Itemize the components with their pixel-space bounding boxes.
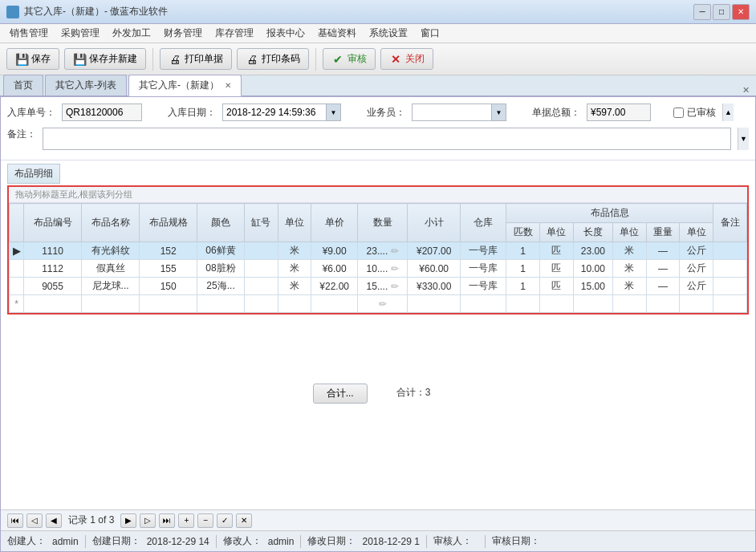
audit-button[interactable]: ✔ 审核 (323, 48, 376, 70)
save-new-icon: 💾 (73, 53, 86, 66)
barcode-icon: 🖨 (246, 53, 258, 66)
prev-record-button[interactable]: ◀ (46, 513, 62, 528)
th-subtotal: 小计 (408, 204, 461, 242)
row-length: 23.00 (573, 242, 612, 260)
row-subtotal: ¥60.00 (408, 260, 461, 278)
date-dropdown-arrow[interactable]: ▼ (327, 104, 341, 121)
menu-inventory[interactable]: 库存管理 (209, 25, 260, 42)
menu-settings[interactable]: 系统设置 (363, 25, 414, 42)
minimize-button[interactable]: ─ (693, 4, 711, 20)
row-price: ¥22.00 (311, 278, 358, 295)
cancel-record-button[interactable]: ✕ (236, 513, 252, 528)
new-row[interactable]: * ✏ (10, 295, 747, 313)
grid-wrapper: 布品明细 拖动列标题至此,根据该列分组 布品编号 布品名称 布品规格 颜色 (1, 160, 755, 509)
audited-checkbox[interactable] (673, 108, 684, 118)
tab-close-all[interactable]: ✕ (739, 85, 753, 95)
row-color: 25海... (197, 278, 245, 295)
menu-bar: 销售管理 采购管理 外发加工 财务管理 库存管理 报表中心 基础资料 系统设置 … (0, 24, 756, 43)
menu-window[interactable]: 窗口 (414, 25, 446, 42)
new-row-piece-unit (539, 295, 573, 313)
tab-new[interactable]: 其它入库-（新建） ✕ (128, 75, 242, 96)
warehouse-no-label: 入库单号： (7, 106, 55, 120)
modify-date-value: 2018-12-29 1 (362, 536, 419, 547)
row-remarks (713, 242, 747, 260)
close-window-button[interactable]: ✕ (732, 4, 750, 20)
audit-date-label: 审核日期： (492, 534, 540, 548)
edit-icon[interactable]: ✏ (391, 246, 399, 257)
prev-page-button[interactable]: ◁ (26, 513, 43, 528)
tab-list-label: 其它入库-列表 (55, 79, 116, 91)
remarks-input[interactable] (43, 128, 731, 150)
row-name: 尼龙球... (82, 278, 140, 295)
new-row-spec (140, 295, 197, 313)
new-row-pieces (506, 295, 540, 313)
menu-finance[interactable]: 财务管理 (157, 25, 209, 42)
maximize-button[interactable]: □ (713, 4, 730, 20)
table-row[interactable]: ▶ 1110 有光斜纹 152 06鲜黄 米 ¥9.00 23.... ✏ ¥2… (10, 242, 747, 260)
print-button[interactable]: 🖨 打印单据 (160, 48, 232, 70)
close-icon: ✕ (389, 53, 402, 66)
row-unit: 米 (278, 260, 311, 278)
row-pieces: 1 (506, 242, 540, 260)
th-length-unit: 单位 (612, 223, 646, 242)
audit-label: 审核 (348, 52, 367, 66)
record-info: 记录 1 of 3 (65, 513, 117, 527)
menu-purchase[interactable]: 采购管理 (55, 25, 106, 42)
next-record-button[interactable]: ▶ (120, 513, 136, 528)
menu-outsource[interactable]: 外发加工 (106, 25, 157, 42)
scroll-down-btn[interactable]: ▼ (738, 128, 749, 150)
edit-icon[interactable]: ✏ (391, 263, 399, 274)
menu-reports[interactable]: 报表中心 (260, 25, 311, 42)
status-sep-4 (426, 535, 427, 548)
confirm-record-button[interactable]: ✓ (217, 513, 233, 528)
header-row-1: 布品编号 布品名称 布品规格 颜色 缸号 单位 单价 数量 小计 仓库 布品信息… (10, 204, 747, 223)
status-sep-3 (300, 535, 301, 548)
auditor-label: 审核人： (433, 534, 472, 548)
table-row[interactable]: 1112 假真丝 155 08脏粉 米 ¥6.00 10.... ✏ ¥60.0… (10, 260, 747, 278)
staff-input[interactable] (412, 104, 492, 121)
row-indicator (10, 278, 24, 295)
row-subtotal: ¥330.00 (408, 278, 461, 295)
window-title: 其它入库-（新建）- 傲蓝布业软件 (24, 5, 168, 18)
tab-close-icon[interactable]: ✕ (225, 81, 231, 90)
close-button[interactable]: ✕ 关闭 (380, 48, 433, 70)
edit-icon[interactable]: ✏ (391, 281, 399, 292)
add-record-button[interactable]: + (178, 513, 194, 528)
toolbar-sep-1 (152, 48, 153, 71)
warehouse-no-input[interactable] (62, 104, 142, 121)
total-input (587, 104, 651, 121)
next-page-button[interactable]: ▷ (140, 513, 156, 528)
row-spec: 150 (140, 278, 197, 295)
new-row-weight (646, 295, 680, 313)
remarks-row: 备注： ▼ (7, 128, 749, 153)
staff-dropdown-arrow[interactable]: ▼ (492, 104, 506, 121)
new-row-remarks (713, 295, 747, 313)
delete-record-button[interactable]: − (197, 513, 213, 528)
new-row-price (311, 295, 358, 313)
tab-home[interactable]: 首页 (3, 75, 43, 95)
last-record-button[interactable]: ⏭ (159, 513, 175, 528)
new-row-length (573, 295, 612, 313)
table-row[interactable]: 9055 尼龙球... 150 25海... 米 ¥22.00 15.... ✏… (10, 278, 747, 295)
row-length-unit: 米 (612, 242, 646, 260)
row-piece-unit: 匹 (539, 242, 573, 260)
sum-button[interactable]: 合计... (313, 384, 368, 404)
first-record-button[interactable]: ⏮ (7, 513, 23, 528)
barcode-button[interactable]: 🖨 打印条码 (237, 48, 309, 70)
new-row-id (24, 295, 82, 313)
save-button[interactable]: 💾 保存 (6, 48, 59, 70)
menu-sales[interactable]: 销售管理 (3, 25, 55, 42)
row-indicator (10, 260, 24, 278)
nav-bar: ⏮ ◁ ◀ 记录 1 of 3 ▶ ▷ ⏭ + − ✓ ✕ (1, 509, 755, 530)
row-qty: 10.... ✏ (358, 260, 408, 278)
menu-basic[interactable]: 基础资料 (311, 25, 363, 42)
date-select-wrap: ▼ (222, 104, 341, 121)
date-input[interactable] (222, 104, 327, 121)
scroll-up-btn[interactable]: ▲ (722, 104, 734, 121)
new-row-warehouse (461, 295, 506, 313)
window-controls: ─ □ ✕ (693, 4, 750, 20)
new-edit-icon[interactable]: ✏ (379, 298, 387, 310)
new-row-name (82, 295, 140, 313)
save-new-button[interactable]: 💾 保存并新建 (64, 48, 146, 70)
tab-list[interactable]: 其它入库-列表 (45, 75, 127, 95)
